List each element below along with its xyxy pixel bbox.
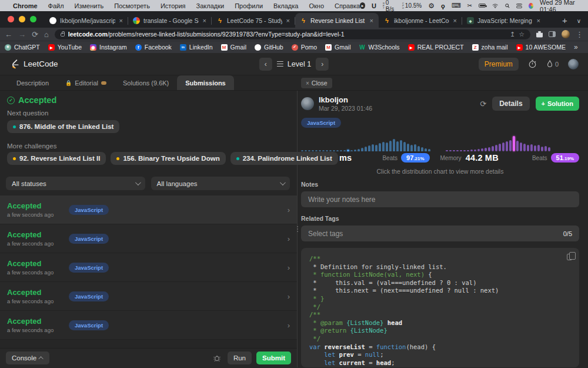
pen-tool-icon[interactable]: ✂ (467, 2, 472, 9)
side-panel-icon[interactable] (549, 31, 556, 37)
gear-icon[interactable]: ⚙ (428, 2, 435, 10)
refresh-icon[interactable]: ⟳ (480, 100, 486, 108)
problem-list-button[interactable]: Level 1 (277, 60, 311, 68)
share-icon[interactable]: ↥ (510, 31, 515, 38)
submit-button[interactable]: Submit (256, 352, 291, 364)
bookmark-chatgpt[interactable]: ✳ChatGPT (5, 44, 40, 51)
tab-solutions[interactable]: Solutions (9.6K) (115, 75, 177, 90)
browser-tab-6[interactable]: ◆JavaScript: Merging Link× (462, 14, 546, 28)
leetcode-logo[interactable]: LeetCode (9, 58, 58, 70)
user-avatar[interactable] (568, 59, 579, 69)
lock-icon[interactable] (61, 33, 65, 37)
bookmark-facebook[interactable]: fFacebook (135, 44, 172, 51)
bookmark-pomo[interactable]: ✓Pomo (292, 44, 317, 51)
timer-icon[interactable] (528, 59, 537, 68)
wifi-icon[interactable] (492, 3, 498, 9)
menu-item-chrome[interactable]: Chrome (13, 2, 38, 9)
tab-close-icon[interactable]: × (119, 17, 123, 24)
url-text[interactable]: leetcode.com/problems/reverse-linked-lis… (68, 31, 506, 38)
prev-problem-button[interactable]: ‹ (259, 58, 272, 71)
submission-row[interactable]: Accepteda few seconds agoJavaScript› (0, 224, 297, 253)
tab-close-icon[interactable]: × (286, 17, 290, 24)
menu-item-окно[interactable]: Окно (309, 2, 324, 9)
search-icon[interactable] (505, 3, 510, 9)
browser-tab-1[interactable]: IkboljonMe/javascript-al× (45, 14, 128, 28)
browser-profile-avatar[interactable] (562, 30, 570, 38)
bookmark-youtube[interactable]: ▶YouTube (48, 44, 82, 51)
menu-item-история[interactable]: История (161, 2, 186, 9)
menu-item-закладки[interactable]: Закладки (196, 2, 225, 9)
profile-color-icon[interactable] (529, 3, 533, 9)
menu-item-профили[interactable]: Профили (235, 2, 263, 9)
streak-flame[interactable]: 0 (546, 59, 559, 68)
bookmark-instagram[interactable]: ◉Instagram (90, 44, 127, 51)
menu-item-файл[interactable]: Файл (48, 2, 64, 9)
notes-input[interactable]: Write your notes here (301, 191, 579, 207)
tab-close-icon[interactable]: × (453, 17, 457, 24)
back-icon[interactable]: ← (5, 31, 12, 38)
tab-close-icon[interactable]: × (369, 17, 374, 24)
menu-item-посмотреть[interactable]: Посмотреть (114, 2, 150, 9)
bookmark-w3schools[interactable]: WW3Schools (359, 44, 400, 51)
control-center-icon[interactable] (516, 4, 522, 8)
window-close-button[interactable] (8, 16, 14, 22)
cpu-meter[interactable]: CPU10.5% (402, 2, 422, 9)
forward-icon[interactable]: → (18, 31, 26, 38)
address-bar[interactable]: leetcode.com/problems/reverse-linked-lis… (55, 29, 530, 39)
details-button[interactable]: Details (492, 97, 529, 111)
tab-editorial[interactable]: 🔒Editorial (57, 75, 115, 90)
challenge-chip[interactable]: 234. Palindrome Linked List (230, 152, 338, 165)
window-minimize-button[interactable] (19, 16, 25, 22)
console-button[interactable]: Console (6, 352, 49, 364)
tab-close-icon[interactable]: × (202, 17, 207, 24)
debug-bug-icon[interactable] (213, 354, 220, 362)
submitter-name[interactable]: lkboljon (319, 95, 372, 104)
battery-icon[interactable] (479, 4, 486, 8)
extensions-icon[interactable] (536, 31, 543, 38)
bookmark-zoha-mail[interactable]: Zzoha mail (472, 44, 508, 51)
bookmark-github[interactable]: GitHub (255, 44, 283, 51)
browser-tab-4[interactable]: Reverse Linked List - Le× (295, 13, 379, 28)
next-question-chip[interactable]: 876. Middle of the Linked List (7, 120, 119, 133)
tab-submissions[interactable]: Submissions (177, 75, 233, 90)
net-meter[interactable]: NET0 B/s (383, 0, 396, 12)
bookmark-linkedin[interactable]: inLinkedIn (180, 44, 213, 51)
browser-tab-2[interactable]: translate - Google Searc× (128, 14, 212, 28)
bookmarks-overflow-icon[interactable]: » (574, 43, 578, 51)
status-filter-select[interactable]: All statuses (6, 177, 145, 190)
code-viewer[interactable]: /** * Definition for singly-linked list.… (301, 248, 579, 367)
raycast-icon[interactable]: ϙ (441, 2, 445, 9)
menubar-clock[interactable]: Wed 29 Mar 01:46 (540, 0, 582, 13)
challenge-chip[interactable]: 92. Reverse Linked List II (7, 152, 106, 165)
bookmark-gmail[interactable]: MGmail (325, 44, 350, 51)
new-tab-button[interactable]: + (556, 15, 573, 28)
submission-row[interactable]: Accepteda few seconds agoJavaScript› (0, 195, 297, 224)
bookmark-gmail[interactable]: MGmail (221, 44, 246, 51)
tab-close-icon[interactable]: × (536, 17, 541, 24)
tab-description[interactable]: Description (8, 75, 57, 90)
post-solution-button[interactable]: + Solution (536, 97, 579, 111)
language-tag[interactable]: JavaScript (301, 118, 341, 128)
submission-row[interactable]: Accepteda few seconds agoJavaScript› (0, 253, 297, 282)
browser-tab-5[interactable]: ikboljonme - LeetCode P× (379, 14, 462, 28)
language-filter-select[interactable]: All languages (151, 177, 290, 190)
browser-menu-icon[interactable]: ⋮ (576, 31, 583, 38)
bookmark-10-awesome[interactable]: ▶10 AWESOME (516, 44, 566, 51)
memory-distribution-chart[interactable] (446, 133, 580, 151)
home-icon[interactable]: ⌂ (44, 31, 49, 38)
runtime-distribution-chart[interactable] (301, 133, 435, 151)
tags-input[interactable]: Select tags 0/5 (301, 226, 579, 241)
keyboard-icon[interactable]: ⌨ (452, 2, 461, 9)
window-zoom-button[interactable] (30, 16, 36, 22)
next-problem-button[interactable]: › (316, 58, 329, 71)
submission-row[interactable]: Accepteda few seconds agoJavaScript› (0, 282, 297, 311)
menu-item-изменить[interactable]: Изменить (75, 2, 104, 9)
close-submission-button[interactable]: × Close (301, 78, 332, 88)
copy-icon[interactable] (567, 254, 572, 260)
bookmark-real-project[interactable]: ▶REAL PROJECT (408, 44, 464, 51)
premium-button[interactable]: Premium (479, 58, 519, 71)
menu-item-справка[interactable]: Справка (335, 2, 360, 9)
submitter-avatar[interactable] (301, 97, 314, 110)
status-circle-icon[interactable]: ▸ (360, 2, 365, 9)
browser-tab-3[interactable]: LeetCode 75 - Study Pla× (212, 14, 295, 28)
